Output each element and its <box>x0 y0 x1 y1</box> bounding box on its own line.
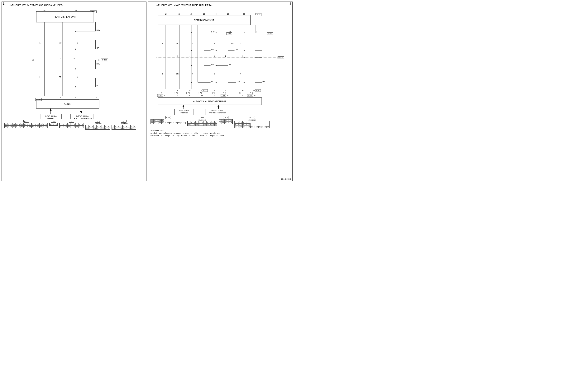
pin: 16 <box>102 127 104 130</box>
connector-d06-label: D-06 <box>200 116 205 119</box>
panel-3: 3 <VEHICLES WITHOUT MMCS AND AUDIO AMPLI… <box>1 1 147 181</box>
svg-text:4: 4 <box>74 57 75 59</box>
pin: 2 <box>190 121 193 123</box>
pin: 13 <box>94 127 96 130</box>
pin: 36 <box>219 122 222 124</box>
svg-text:6: 6 <box>242 55 243 57</box>
connectors-section-3: C-08 41 42 43 44 45 46 47 48 49 50 <box>4 120 144 131</box>
pin: 18 <box>133 127 136 130</box>
svg-text:AUDIO VISUAL NAVIGATION UNIT: AUDIO VISUAL NAVIGATION UNIT <box>193 100 226 103</box>
pin: X <box>59 126 62 128</box>
svg-text:7: 7 <box>164 89 165 91</box>
pin: 1 <box>234 121 237 123</box>
svg-text:INPUT SIGNAL: INPUT SIGNAL <box>45 115 57 117</box>
pin: 58 <box>7 126 10 128</box>
pin: 9 <box>133 125 136 127</box>
svg-text:10: 10 <box>75 9 77 11</box>
svg-text:C-09: C-09 <box>248 95 251 96</box>
svg-text:D-122: D-122 <box>102 59 107 61</box>
pin: 7 <box>76 123 78 126</box>
pin: 52 <box>34 123 37 126</box>
pin: 6 <box>234 123 237 126</box>
connector-d06-pins: 1 2 3 4 5 6 7 8 9 10 11 <box>187 121 217 126</box>
pin: 2 <box>114 125 117 127</box>
connector-c16: C-16 MU801S89 1 2 3 4 5 6 7 8 9 <box>85 120 110 130</box>
pin: 39 <box>227 122 230 124</box>
pin: 18 <box>250 126 253 128</box>
svg-text:Y-B: Y-B <box>229 31 232 33</box>
svg-text:D-06: D-06 <box>228 33 231 35</box>
pin: 34 <box>227 119 230 122</box>
pin: 21 <box>212 123 214 126</box>
svg-point-92 <box>244 32 245 33</box>
pin: 8 <box>104 125 107 127</box>
svg-text:7: 7 <box>276 57 276 59</box>
svg-text:GR: GR <box>211 48 214 50</box>
svg-text:(SB): (SB) <box>212 92 215 94</box>
svg-marker-184 <box>182 105 184 107</box>
pin: 5 <box>245 121 248 123</box>
pin: 57 <box>5 126 7 128</box>
svg-point-145 <box>244 82 245 83</box>
svg-text:AUDIO: AUDIO <box>64 103 72 105</box>
pin: 58 <box>167 122 170 124</box>
svg-text:56: 56 <box>253 89 255 91</box>
svg-text:AUDIO SWITCH: AUDIO SWITCH <box>179 114 189 115</box>
svg-text:BR: BR <box>59 42 61 44</box>
svg-text:49: 49 <box>201 94 203 96</box>
pin: 65 <box>26 126 29 128</box>
svg-text:Y: Y <box>77 76 78 78</box>
pin: 63 <box>21 126 23 128</box>
svg-text:4: 4 <box>190 55 191 57</box>
connector-d18-label: D-18 <box>223 116 228 119</box>
pin: 7 <box>237 123 240 126</box>
connector-c11: C-11 1 2 3 4 5 6 7 8 9 <box>59 120 84 128</box>
svg-text:32: 32 <box>242 94 244 96</box>
svg-text:63: 63 <box>227 94 229 96</box>
pin: 8 <box>131 125 133 127</box>
svg-text:R: R <box>240 42 241 44</box>
svg-text:G: G <box>214 73 215 75</box>
svg-point-102 <box>191 50 192 51</box>
pin: 31 <box>50 123 52 126</box>
pin: 17 <box>81 126 84 128</box>
pin: 14 <box>240 126 242 128</box>
pin: 32 <box>52 123 55 126</box>
pin: 2 <box>88 125 91 127</box>
pin: 19 <box>253 126 256 128</box>
pin: 6 <box>201 121 204 123</box>
pin: 8 <box>240 123 242 126</box>
pin: 46 <box>18 123 21 126</box>
svg-point-105 <box>216 50 217 51</box>
svg-text:48: 48 <box>177 94 178 96</box>
pin: 43 <box>156 119 159 122</box>
pin: 13 <box>120 127 122 130</box>
svg-text:5: 5 <box>99 59 99 61</box>
pin: 11 <box>114 127 117 130</box>
pin: 54 <box>40 123 42 126</box>
connector-c21: C-21 41 42 43 44 45 52 53 54 <box>150 116 186 124</box>
pin: 7 <box>204 121 206 123</box>
pin: 14 <box>96 127 99 130</box>
svg-text:Y: Y <box>192 73 193 75</box>
pin: 15 <box>242 126 245 128</box>
pin: 43 <box>10 123 13 126</box>
pin: 12 <box>91 127 94 130</box>
svg-text:33: 33 <box>254 94 255 96</box>
svg-text:L: L <box>162 42 163 44</box>
svg-text:D-18: D-18 <box>268 33 271 35</box>
connector-c17-pins: 1 2 3 4 5 6 7 8 9 10 11 <box>112 125 136 130</box>
svg-text:D-18: D-18 <box>257 14 260 15</box>
svg-text:5: 5 <box>201 55 202 57</box>
svg-point-13 <box>75 31 76 32</box>
pin: 6 <box>125 125 128 127</box>
svg-text:B-W: B-W <box>96 29 100 31</box>
pin: 68 <box>34 126 37 128</box>
svg-text:1: 1 <box>214 55 215 57</box>
pin: 64 <box>23 126 26 128</box>
pin: 33 <box>55 123 57 126</box>
pin: 52 <box>151 122 153 124</box>
svg-point-127 <box>216 65 217 66</box>
pin: 16 <box>78 126 81 128</box>
pin: 49 <box>26 123 29 126</box>
